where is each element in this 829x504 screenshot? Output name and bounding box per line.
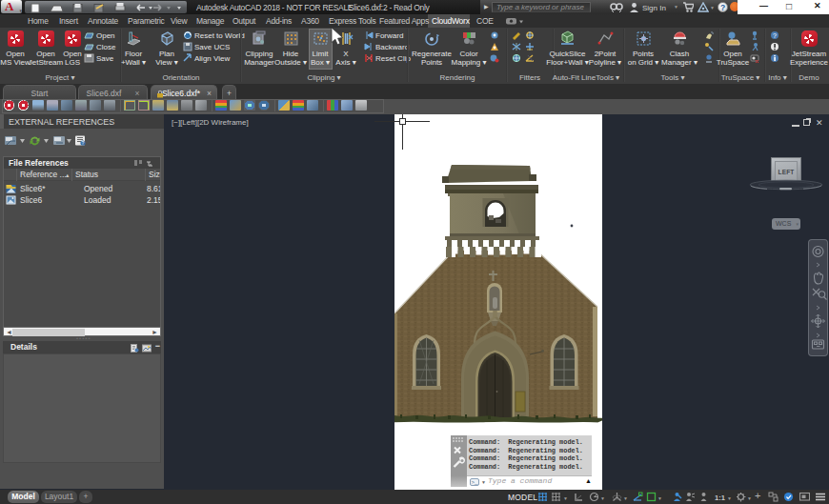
svg-text:?: ?	[773, 32, 777, 39]
svg-text:?: ?	[82, 140, 85, 146]
